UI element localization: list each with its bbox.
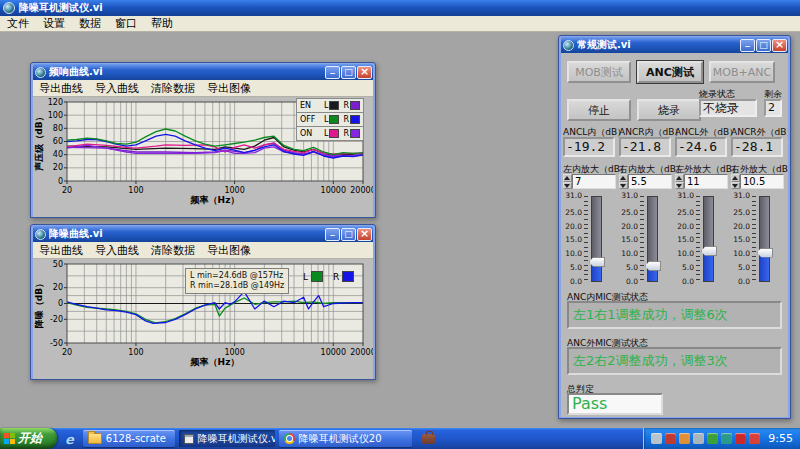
close-icon[interactable] <box>357 228 372 241</box>
svg-text:频率（Hz）: 频率（Hz） <box>190 357 240 367</box>
slider-track[interactable] <box>591 196 602 282</box>
slider-scale-label: 10.0 <box>677 250 694 258</box>
gain-slider-left-in[interactable]: 31.025.020.015.010.05.00.0 <box>563 191 615 287</box>
slider-scale-label: 25.0 <box>733 209 750 217</box>
legend-text: L <box>303 272 308 282</box>
tray-icon-user[interactable] <box>679 433 690 444</box>
menu-import-curve[interactable]: 导入曲线 <box>89 81 145 96</box>
burn-status-field: 不烧录 <box>699 99 757 117</box>
test-panel: MOB测试 ANC测试 MOB+ANC 烧录状态 剩余 停止 烧录 不烧录 2 … <box>561 53 788 417</box>
gain-slider-right-in[interactable]: 31.025.020.015.010.05.00.0 <box>619 191 671 287</box>
windows-flag-icon <box>4 433 15 444</box>
slider-scale-label: 10.0 <box>733 250 750 258</box>
legend-swatch <box>350 115 360 124</box>
anc-test-button[interactable]: ANC测试 <box>637 61 703 83</box>
mob-anc-test-button[interactable]: MOB+ANC <box>709 61 775 83</box>
tray-icon-teal[interactable] <box>721 433 732 444</box>
slider-scale-label: 20.0 <box>733 223 750 231</box>
stepper-arrows-icon[interactable] <box>731 174 740 189</box>
gain-input-right-in[interactable]: 5.5 <box>628 174 672 189</box>
vi-window-icon <box>35 229 46 240</box>
minimize-icon[interactable] <box>325 66 340 79</box>
svg-text:10000: 10000 <box>321 186 346 195</box>
slider-track[interactable] <box>703 196 714 282</box>
nr-window-titlebar[interactable]: 降噪曲线.vi <box>33 226 373 242</box>
taskbar-item-browser[interactable]: 降噪耳机测试仪20 <box>279 430 412 447</box>
close-icon[interactable] <box>357 66 372 79</box>
slider-scale-label: 15.0 <box>677 236 694 244</box>
tray-icon-orange[interactable] <box>749 433 760 444</box>
menu-export-curve[interactable]: 导出曲线 <box>33 81 89 96</box>
legend-swatch <box>350 129 360 138</box>
gain-slider-right-out[interactable]: 31.025.020.015.010.05.00.0 <box>731 191 783 287</box>
quick-launch: e <box>65 429 74 448</box>
freq-chart-legend: ENLROFFLRONLR <box>296 98 364 141</box>
menu-help[interactable]: 帮助 <box>144 16 180 31</box>
svg-text:0: 0 <box>58 299 63 308</box>
desktop-screen: 降噪耳机测试仪.vi 文件 设置 数据 窗口 帮助 频响曲线.vi 导出曲线 导… <box>0 0 800 449</box>
menu-export-image[interactable]: 导出图像 <box>201 81 257 96</box>
legend-swatch <box>350 101 360 110</box>
taskbar-item-tester-vi[interactable]: 降噪耳机测试仪.vi <box>179 430 275 447</box>
menu-file[interactable]: 文件 <box>0 16 36 31</box>
remaining-field[interactable]: 2 <box>764 99 782 117</box>
slider-scale-label: 15.0 <box>565 236 582 244</box>
legend-row-on: ONLR <box>297 126 363 140</box>
slider-track[interactable] <box>647 196 658 282</box>
gain-input-left-out[interactable]: 11 <box>684 174 728 189</box>
stop-button[interactable]: 停止 <box>567 99 631 121</box>
slider-ticks <box>696 196 700 282</box>
minimize-icon[interactable] <box>740 39 755 52</box>
tray-icon-gray[interactable] <box>693 433 704 444</box>
gain-stepper-left-out: 11 <box>675 174 728 189</box>
slider-scale-label: 10.0 <box>565 250 582 258</box>
svg-text:20: 20 <box>53 163 63 172</box>
mob-test-button[interactable]: MOB测试 <box>567 61 631 83</box>
menu-import-curve[interactable]: 导入曲线 <box>89 243 145 258</box>
gain-input-right-out[interactable]: 10.5 <box>740 174 784 189</box>
taskbar-item-folder[interactable]: 6128-scrate <box>83 430 175 447</box>
verdict-box: Pass <box>567 393 663 415</box>
burn-button[interactable]: 烧录 <box>637 99 701 121</box>
svg-text:120: 120 <box>48 98 63 107</box>
maximize-icon[interactable] <box>341 66 356 79</box>
menu-clear-data[interactable]: 清除数据 <box>145 81 201 96</box>
slider-scale: 31.025.020.015.010.05.00.0 <box>731 196 751 282</box>
stepper-arrows-icon[interactable] <box>563 174 572 189</box>
legend-text: R <box>333 272 339 282</box>
maximize-icon[interactable] <box>756 39 771 52</box>
internet-explorer-icon[interactable]: e <box>65 432 74 447</box>
slider-scale-label: 0.0 <box>626 278 638 286</box>
svg-text:降噪（dB）: 降噪（dB） <box>34 279 44 328</box>
briefcase-icon[interactable] <box>422 434 435 444</box>
taskbar-clock: 9:55 <box>768 432 793 445</box>
freq-window-titlebar[interactable]: 频响曲线.vi <box>33 64 373 80</box>
start-button-label: 开始 <box>18 430 42 447</box>
menu-export-image[interactable]: 导出图像 <box>201 243 257 258</box>
control-window-titlebar[interactable]: 常规测试.vi <box>561 37 788 53</box>
tray-icon-display[interactable] <box>651 433 662 444</box>
system-tray: 9:55 <box>643 428 800 449</box>
menu-clear-data[interactable]: 清除数据 <box>145 243 201 258</box>
slider-scale-label: 5.0 <box>738 264 750 272</box>
menu-data[interactable]: 数据 <box>72 16 108 31</box>
maximize-icon[interactable] <box>341 228 356 241</box>
legend-text: R <box>343 101 349 110</box>
start-button[interactable]: 开始 <box>0 428 57 449</box>
gain-input-left-in[interactable]: 7 <box>572 174 616 189</box>
close-icon[interactable] <box>772 39 787 52</box>
menu-export-curve[interactable]: 导出曲线 <box>33 243 89 258</box>
minimize-icon[interactable] <box>325 228 340 241</box>
annotation-line-l: L min=24.6dB @157Hz <box>190 271 284 281</box>
menu-settings[interactable]: 设置 <box>36 16 72 31</box>
stepper-arrows-icon[interactable] <box>675 174 684 189</box>
gain-slider-left-out[interactable]: 31.025.020.015.010.05.00.0 <box>675 191 727 287</box>
tray-icon-red-blue[interactable] <box>665 433 676 444</box>
slider-track[interactable] <box>759 196 770 282</box>
stepper-arrows-icon[interactable] <box>619 174 628 189</box>
slider-scale: 31.025.020.015.010.05.00.0 <box>619 196 639 282</box>
tray-icon-green[interactable] <box>707 433 718 444</box>
menu-window[interactable]: 窗口 <box>108 16 144 31</box>
tray-icon-red[interactable] <box>735 433 746 444</box>
svg-text:声压级（dB）: 声压级（dB） <box>34 112 44 171</box>
